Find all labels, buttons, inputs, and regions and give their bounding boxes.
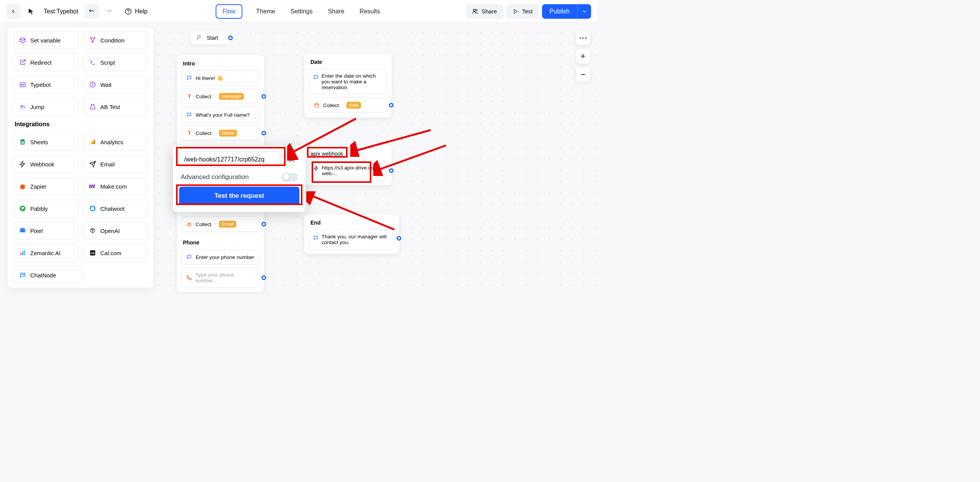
block-condition[interactable]: Condition	[83, 31, 148, 49]
block-sheets[interactable]: Sheets	[13, 133, 78, 151]
collect-email[interactable]: @Collect Email	[181, 217, 260, 232]
block-pixel[interactable]: Pixel	[13, 222, 78, 239]
svg-rect-30	[24, 250, 25, 255]
node-phone[interactable]: Phone Enter your phone number Type your …	[177, 234, 264, 292]
connector-out[interactable]	[261, 275, 266, 280]
advanced-config-toggle[interactable]	[282, 173, 298, 181]
test-button[interactable]: Test	[506, 4, 539, 19]
msg-phone[interactable]: Enter your phone number	[181, 249, 260, 265]
test-request-button[interactable]: Test the request	[179, 187, 299, 205]
block-script[interactable]: Script	[83, 54, 148, 71]
connector-out[interactable]	[261, 94, 266, 99]
node-end[interactable]: End Thank you, our manager will contact …	[304, 214, 399, 254]
sheets-icon	[19, 138, 26, 146]
connector-out[interactable]	[389, 168, 394, 173]
collect-name[interactable]: 𝐓Collect Name	[181, 125, 260, 141]
connector-out[interactable]	[228, 36, 233, 40]
svg-point-13	[21, 85, 22, 85]
block-zapier[interactable]: Zapier	[13, 177, 78, 195]
text-icon: 𝐓	[186, 93, 193, 100]
webhook-url-item[interactable]: https://s3.apix-drive.com/web-...	[309, 161, 387, 181]
block-label: Jump	[30, 104, 44, 110]
redo-button[interactable]	[102, 4, 116, 19]
connector-out[interactable]	[261, 222, 266, 226]
collect-message[interactable]: 𝐓Collect message	[181, 89, 260, 104]
variable-picker-button[interactable]	[284, 152, 299, 167]
tab-results[interactable]: Results	[358, 5, 381, 18]
block-zemantic-ai[interactable]: Zemantic AI	[13, 244, 78, 262]
share-button[interactable]: Share	[466, 4, 503, 19]
svg-point-6	[291, 157, 293, 160]
tab-flow[interactable]: Flow	[216, 4, 242, 19]
more-options-button[interactable]: ⋯	[576, 31, 590, 45]
msg-hi[interactable]: Hi there! 👋	[181, 70, 260, 86]
block-ab-test[interactable]: AB Test	[83, 98, 148, 116]
svg-rect-18	[91, 142, 92, 144]
block-make-com[interactable]: Make.com	[83, 177, 148, 195]
start-node[interactable]: Start	[191, 31, 230, 44]
help-button[interactable]: Help	[119, 5, 153, 18]
block-chatwoot[interactable]: Chatwoot	[83, 200, 148, 217]
block-label: Condition	[100, 37, 124, 44]
block-label: ChatNode	[30, 272, 56, 278]
connector-out[interactable]	[397, 236, 401, 241]
webhook-url-input[interactable]	[179, 151, 280, 168]
bot-name[interactable]: Test Typebot	[44, 8, 78, 15]
msg-thanks[interactable]: Thank you, our manager will contact you.	[309, 230, 395, 249]
block-label: AB Test	[100, 104, 120, 110]
phone-input[interactable]: Type your phone number...	[181, 268, 260, 288]
tab-settings[interactable]: Settings	[289, 5, 314, 18]
back-button[interactable]	[6, 4, 21, 19]
box-icon	[19, 36, 26, 44]
msg-fullname[interactable]: What's your Full name?	[181, 107, 260, 122]
typebot-icon	[19, 81, 26, 88]
block-chatnode[interactable]: ChatNode	[13, 266, 83, 284]
top-bar: Test Typebot Help Flow Theme Settings Sh…	[0, 0, 597, 23]
block-wait[interactable]: Wait	[83, 76, 148, 93]
block-webhook[interactable]: Webhook	[13, 155, 78, 173]
block-label: Chatwoot	[100, 205, 124, 212]
cursor-tool-button[interactable]	[24, 4, 38, 19]
node-apix-webhook[interactable]: apix webhook https://s3.apix-drive.com/w…	[304, 145, 392, 185]
person-icon	[288, 156, 295, 163]
block-label: Pabbly	[30, 205, 48, 212]
tabs: Flow Theme Settings Share Results	[216, 4, 381, 19]
block-analytics[interactable]: Analytics	[83, 133, 148, 151]
connector-out[interactable]	[261, 131, 266, 135]
collect-date[interactable]: Collect date	[309, 98, 387, 113]
chatnode-icon	[19, 271, 26, 279]
block-email[interactable]: Email	[83, 155, 148, 173]
node-date[interactable]: Date Enter the date on which you want to…	[304, 54, 392, 117]
node-title: End	[309, 220, 395, 226]
minus-icon: −	[581, 70, 586, 80]
pixel-icon	[19, 227, 26, 234]
block-pabbly[interactable]: Pabbly	[13, 200, 78, 217]
publish-button[interactable]: Publish	[542, 4, 577, 19]
msg-date[interactable]: Enter the date on which you want to make…	[309, 69, 387, 94]
block-openai[interactable]: OpenAI	[83, 222, 148, 239]
zoom-out-button[interactable]: −	[576, 67, 590, 82]
tab-share[interactable]: Share	[327, 5, 346, 18]
connector-out[interactable]	[389, 103, 394, 107]
block-set-variable[interactable]: Set variable	[13, 31, 78, 49]
calendar-icon	[313, 102, 320, 109]
publish-dropdown[interactable]	[577, 4, 591, 19]
block-label: Sheets	[30, 139, 48, 145]
dots-icon: ⋯	[579, 33, 587, 43]
svg-point-2	[473, 9, 475, 11]
zoom-in-button[interactable]: +	[576, 49, 590, 64]
block-jump[interactable]: Jump	[13, 98, 78, 116]
block-label: Wait	[100, 81, 111, 88]
tab-theme[interactable]: Theme	[255, 5, 277, 18]
svg-rect-19	[92, 141, 93, 144]
block-redirect[interactable]: Redirect	[13, 54, 78, 71]
svg-point-1	[128, 13, 129, 13]
undo-button[interactable]	[84, 4, 99, 19]
block-cal-com[interactable]: CalCal.com	[83, 244, 148, 262]
webhook-icon	[19, 160, 26, 168]
redo-icon	[106, 8, 113, 15]
jump-icon	[19, 103, 26, 111]
svg-rect-21	[89, 185, 91, 188]
block-typebot[interactable]: Typebot	[13, 76, 78, 93]
script-icon	[89, 59, 96, 66]
